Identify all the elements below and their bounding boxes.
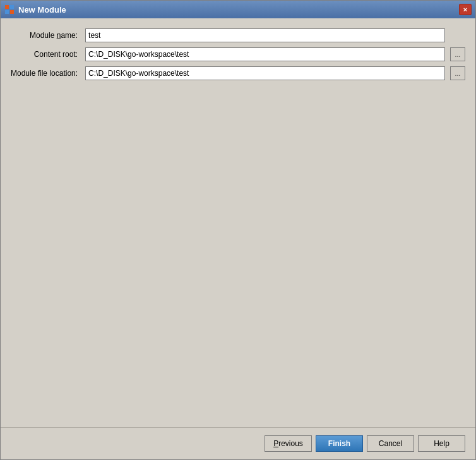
svg-rect-0 bbox=[5, 5, 9, 9]
content-area: Module name: Content root: ... Module fi… bbox=[1, 18, 475, 427]
footer: Previous Finish Cancel Help bbox=[1, 427, 475, 459]
content-root-label: Content root: bbox=[11, 50, 80, 59]
module-name-label: Module name: bbox=[11, 31, 80, 40]
help-button[interactable]: Help bbox=[418, 435, 465, 452]
module-file-location-browse-button[interactable]: ... bbox=[450, 66, 465, 80]
title-bar-left: New Module bbox=[4, 4, 66, 15]
module-file-location-label: Module file location: bbox=[11, 69, 80, 78]
new-module-dialog: New Module × Module name: Content root: … bbox=[0, 0, 476, 460]
previous-button[interactable]: Previous bbox=[265, 435, 312, 452]
content-root-input[interactable] bbox=[85, 47, 445, 61]
finish-button[interactable]: Finish bbox=[316, 435, 363, 452]
svg-rect-1 bbox=[10, 5, 14, 9]
title-bar: New Module × bbox=[1, 1, 475, 18]
cancel-button[interactable]: Cancel bbox=[367, 435, 414, 452]
close-button[interactable]: × bbox=[459, 4, 472, 15]
module-file-location-input[interactable] bbox=[85, 66, 445, 80]
svg-rect-2 bbox=[5, 10, 9, 14]
svg-rect-3 bbox=[10, 10, 14, 14]
form-grid: Module name: Content root: ... Module fi… bbox=[11, 28, 465, 80]
dialog-title: New Module bbox=[18, 5, 66, 15]
content-root-browse-button[interactable]: ... bbox=[450, 47, 465, 61]
module-name-input[interactable] bbox=[85, 28, 445, 42]
app-icon bbox=[4, 4, 15, 15]
